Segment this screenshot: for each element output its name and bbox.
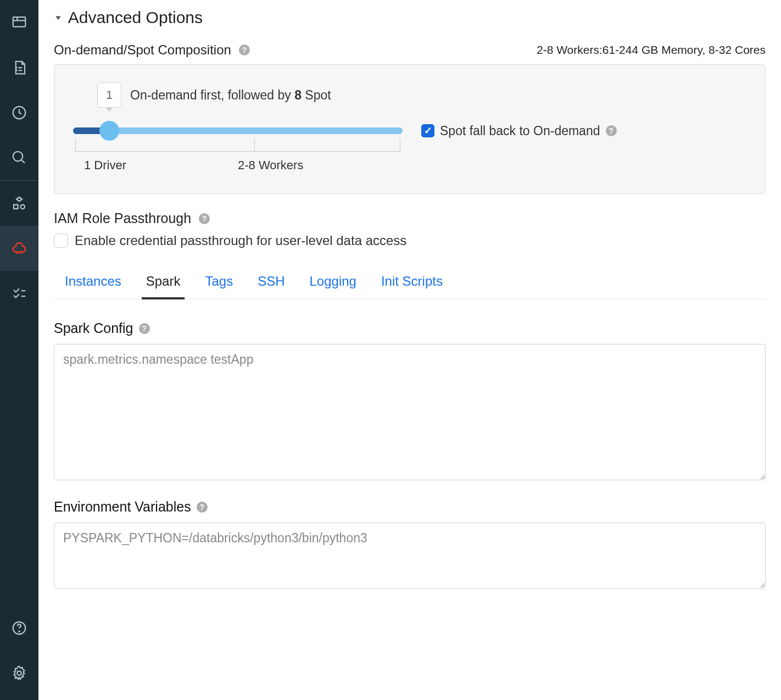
slider-ticks — [75, 138, 400, 152]
slider-track-bg — [73, 127, 403, 134]
help-icon[interactable]: ? — [199, 213, 210, 224]
tab-ssh[interactable]: SSH — [258, 266, 284, 299]
iam-checkbox-label: Enable credential passthrough for user-l… — [75, 233, 406, 248]
search-icon — [11, 149, 27, 166]
svg-rect-0 — [13, 17, 26, 27]
spark-config-label: Spark Config — [54, 320, 133, 336]
spot-fallback-checkbox[interactable] — [421, 124, 434, 137]
env-vars-section: Environment Variables ? — [54, 499, 766, 591]
main-content: ▼ Advanced Options On-demand/Spot Compos… — [38, 0, 781, 700]
tab-instances[interactable]: Instances — [65, 266, 121, 299]
jobs-icon — [11, 285, 27, 302]
svg-point-4 — [13, 152, 23, 162]
data-icon — [11, 59, 27, 76]
sidebar-item-search[interactable] — [0, 135, 38, 180]
help-icon[interactable]: ? — [239, 45, 250, 55]
composition-label-group: On-demand/Spot Composition ? — [54, 42, 250, 58]
svg-point-6 — [21, 205, 25, 209]
caret-down-icon: ▼ — [54, 14, 63, 21]
env-vars-label-row: Environment Variables ? — [54, 499, 766, 515]
sidebar-item-help[interactable] — [0, 605, 38, 651]
ondemand-count-box: 1 — [97, 82, 121, 108]
spark-config-label-row: Spark Config ? — [54, 320, 766, 336]
tab-init-scripts[interactable]: Init Scripts — [381, 266, 443, 299]
iam-checkbox-row: Enable credential passthrough for user-l… — [54, 233, 766, 248]
tick-mid — [254, 138, 255, 151]
sidebar-item-jobs[interactable] — [0, 271, 38, 316]
section-title: Advanced Options — [68, 8, 203, 27]
sidebar-item-settings[interactable] — [0, 651, 38, 696]
sidebar-item-models[interactable] — [0, 181, 38, 226]
iam-passthrough-checkbox[interactable] — [54, 234, 68, 248]
spark-config-textarea[interactable] — [54, 344, 766, 480]
tick-driver-label: 1 Driver — [84, 158, 238, 173]
svg-point-2 — [16, 70, 16, 70]
workspace-icon — [11, 14, 27, 31]
spot-fallback-row: Spot fall back to On-demand ? — [421, 124, 617, 138]
iam-label: IAM Role Passthrough — [54, 210, 191, 226]
slider-area: 1 On-demand first, followed by 8 Spot 1 … — [73, 82, 403, 173]
composition-panel: 1 On-demand first, followed by 8 Spot 1 … — [54, 64, 766, 194]
help-icon[interactable]: ? — [606, 125, 617, 136]
slider-caption: 1 On-demand first, followed by 8 Spot — [97, 82, 403, 108]
sidebar — [0, 0, 38, 700]
help-icon — [11, 620, 27, 636]
svg-point-8 — [19, 631, 20, 632]
config-tabs: Instances Spark Tags SSH Logging Init Sc… — [54, 266, 766, 299]
tab-tags[interactable]: Tags — [205, 266, 233, 299]
advanced-options-header[interactable]: ▼ Advanced Options — [54, 8, 766, 27]
iam-section: IAM Role Passthrough ? Enable credential… — [54, 210, 766, 248]
iam-header: IAM Role Passthrough ? — [54, 210, 766, 226]
caption-text: On-demand first, followed by 8 Spot — [130, 88, 331, 103]
help-icon[interactable]: ? — [139, 323, 150, 334]
env-vars-textarea[interactable] — [54, 523, 766, 588]
spot-fallback-label: Spot fall back to On-demand — [440, 124, 600, 138]
composition-label-row: On-demand/Spot Composition ? 2-8 Workers… — [54, 42, 766, 58]
tab-logging[interactable]: Logging — [310, 266, 356, 299]
sidebar-item-workspace[interactable] — [0, 0, 38, 45]
svg-point-1 — [16, 67, 16, 68]
help-icon[interactable]: ? — [197, 502, 208, 513]
tick-labels: 1 Driver 2-8 Workers — [73, 158, 403, 173]
sidebar-bottom — [0, 605, 38, 700]
sidebar-item-recents[interactable] — [0, 90, 38, 135]
tab-spark[interactable]: Spark — [146, 266, 181, 299]
gear-icon — [11, 665, 27, 681]
tick-workers-label: 2-8 Workers — [238, 158, 303, 173]
slider-thumb[interactable] — [99, 121, 119, 141]
svg-point-9 — [17, 671, 21, 675]
env-vars-label: Environment Variables — [54, 499, 191, 515]
sidebar-item-compute[interactable] — [0, 226, 38, 271]
compute-icon — [11, 240, 27, 257]
svg-rect-5 — [14, 205, 18, 209]
sidebar-item-data[interactable] — [0, 45, 38, 90]
composition-label: On-demand/Spot Composition — [54, 42, 231, 58]
models-icon — [11, 195, 27, 212]
clock-icon — [11, 104, 27, 121]
worker-summary: 2-8 Workers:61-244 GB Memory, 8-32 Cores — [537, 43, 766, 57]
spark-config-section: Spark Config ? — [54, 320, 766, 482]
slider-track[interactable] — [73, 126, 403, 135]
